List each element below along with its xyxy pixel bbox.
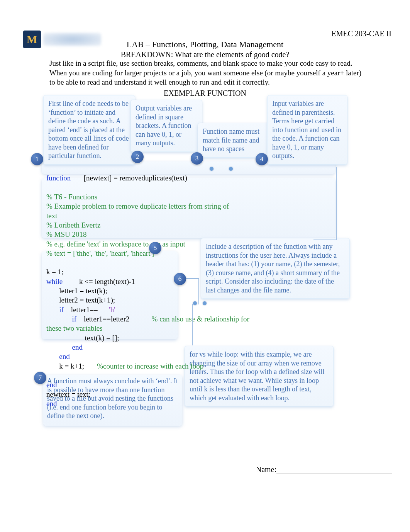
line-k1: k = 1; [46,268,64,276]
kw-end1: end [72,343,83,351]
callout-input-vars: Input variables are defined in parenthes… [267,95,347,165]
comment-two-vars: these two variables [46,324,103,332]
str-h: 'h' [109,306,115,314]
line-letter1: letter1 = text(k); [59,287,107,295]
comment-and-rel: % can also use & relationship for [152,315,249,323]
kw-if2: if [72,315,77,323]
badge-1: 1 [31,153,43,165]
line-newtext: newtext = text; [46,390,90,398]
page-subtitle: BREAKDOWN: What are the elements of good… [0,50,410,59]
cond-while: k <= length(text)-1 [79,277,135,286]
badge-7: 7 [34,372,46,384]
line-letter2: letter2 = text(k+1); [59,296,115,304]
badge-5: 5 [149,242,161,254]
callout-output-vars: Output variables are defined in square b… [130,100,202,152]
comment-t6: % T6 - Functions [46,193,97,201]
kw-function: function [46,174,71,182]
kw-end3: end [46,381,57,389]
kw-end4: end [46,399,57,408]
line-assign: text(k) = []; [85,334,119,342]
comment-example: % Example problem to remove duplicate le… [46,202,229,210]
line-kinc: k = k+1; [59,362,84,370]
cond-if2: letter1==letter2 [84,315,130,323]
comment-msu: % MSU 2018 [46,230,87,238]
cond-if1: letter1== [71,306,98,314]
comment-example-2: text [46,212,58,220]
badge-3: 3 [191,152,203,165]
course-code: EMEC 203-CAE II [331,29,391,38]
name-field: Name:______________________________ [256,465,392,474]
comment-define: % e.g. define 'text' in workspace to use… [46,240,185,248]
callout-function-keyword: First line of code needs to be ‘function… [43,95,135,165]
intro-paragraph: Just like in a script file, use section … [49,59,366,87]
badge-4: 4 [256,153,268,165]
page-title: LAB – Functions, Plotting, Data Manageme… [0,39,410,49]
kw-if1: if [59,306,64,314]
kw-while: while [46,277,63,286]
badge-2: 2 [131,151,144,163]
comment-counter: %counter to increase with each loop [97,362,203,370]
badge-6: 6 [174,273,186,285]
code-block: function [newtext] = removeduplicates(te… [46,164,249,408]
callout-function-name: Function name must match file name and h… [198,123,273,158]
comment-author: % Loribeth Evertz [46,221,100,229]
kw-end2: end [59,352,69,360]
comment-text-array: % text = ['thhe', 'the', 'heart', 'hhear… [46,249,154,257]
function-signature: [newtext] = removeduplicates(text) [84,174,187,182]
